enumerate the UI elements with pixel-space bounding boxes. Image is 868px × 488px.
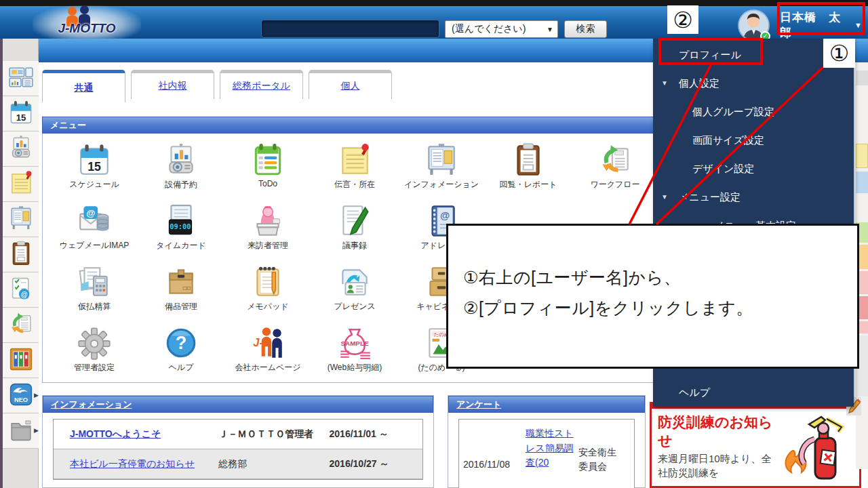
tab-共通[interactable]: 共通 xyxy=(42,70,125,102)
dropdown-item-個人設定[interactable]: ▼個人設定 xyxy=(653,69,854,98)
survey-section-header[interactable]: アンケート xyxy=(448,396,645,413)
sidebar-item-calendar[interactable]: 15 xyxy=(3,96,39,131)
menu-item-mail[interactable]: @ウェブメールIMAP xyxy=(51,201,138,262)
sidebar-item-binders[interactable] xyxy=(3,343,39,378)
logo-navy-figure-icon xyxy=(80,5,89,14)
information-section: インフォメーション J-MOTTOへようこそＪ－ＭＯＴＴＯ管理者2016/11/… xyxy=(42,395,434,488)
survey-section: アンケート 2016/11/08職業性ストレス簡易調査(20安全衛生委員会 xyxy=(448,395,646,488)
information-title-link[interactable]: 本社ビル一斉停電のお知らせ xyxy=(70,458,195,469)
dropdown-item-デザイン設定[interactable]: デザイン設定 xyxy=(653,155,854,183)
caret-down-icon[interactable]: ▼ xyxy=(661,69,668,98)
sidebar-item-projector[interactable] xyxy=(3,131,39,167)
dropdown-item-ヘルプ[interactable]: ヘルプ xyxy=(653,378,854,407)
note-icon xyxy=(7,169,35,199)
menu-item-note[interactable]: 伝言・所在 xyxy=(311,140,398,201)
survey-table: 2016/11/08職業性ストレス簡易調査(20安全衛生委員会 xyxy=(458,419,635,488)
menu-item-presence[interactable]: プレゼンス xyxy=(311,262,398,323)
sidebar-item-folder[interactable]: ▶ xyxy=(3,413,39,449)
j-motto-logo[interactable]: J-MOTTO xyxy=(33,5,141,39)
menu-item-minutes[interactable]: 議事録 xyxy=(311,201,398,262)
tab-社内報[interactable]: 社内報 xyxy=(131,70,214,99)
menu-section-title: メニュー xyxy=(50,119,86,131)
workflow-icon xyxy=(7,310,35,340)
dropdown-item-メニュー設定[interactable]: ▼メニュー設定 xyxy=(653,183,854,211)
svg-text:SAMPLE: SAMPLE xyxy=(340,340,369,347)
board-icon xyxy=(7,205,35,235)
information-title-cell: 本社ビル一斉停電のお知らせ xyxy=(54,453,216,474)
sidebar-item-board[interactable] xyxy=(3,202,39,237)
instruction-line2: ②[プロフィール]をクリックします。 xyxy=(463,293,857,323)
notice-title: 防災訓練のお知らせ xyxy=(658,413,780,450)
portal-icon xyxy=(7,64,35,94)
sidebar-item-note[interactable] xyxy=(3,167,39,202)
search-button[interactable]: 検索 xyxy=(564,20,607,38)
menu-item-label: プレゼンス xyxy=(311,301,398,312)
svg-text:@: @ xyxy=(86,208,95,218)
menu-item-label: 会社ホームページ xyxy=(224,362,311,373)
menu-item-clipboard[interactable]: 回覧・レポート xyxy=(485,140,572,201)
expand-arrow-icon[interactable]: ▶ xyxy=(34,427,39,434)
calendar-icon: 15 xyxy=(7,99,35,129)
menu-item-label: 伝言・所在 xyxy=(311,179,398,190)
dropdown-item-画面サイズ設定[interactable]: 画面サイズ設定 xyxy=(653,126,854,155)
information-title-link[interactable]: J-MOTTOへようこそ xyxy=(70,428,161,439)
annotation-user-name-highlight xyxy=(777,2,865,35)
survey-date-cell: 2016/11/08 xyxy=(459,420,524,488)
caret-down-icon[interactable]: ▼ xyxy=(661,183,668,211)
information-author-cell: 総務部 xyxy=(216,454,326,474)
sidebar-item-clipboard[interactable] xyxy=(3,237,39,272)
menu-item-company[interactable]: J-会社ホームページ xyxy=(224,323,311,384)
notice-body: 来週月曜日10時より、全社防災訓練を xyxy=(658,451,774,481)
tab-総務ポータル[interactable]: 総務ポータル xyxy=(220,70,303,99)
user-avatar[interactable]: ✓ xyxy=(739,11,768,40)
dropdown-item-個人グループ設定[interactable]: 個人グループ設定 xyxy=(653,98,854,126)
j-motto-portal-page: J-MOTTO (選んでください) ▼ 検索 ✓ 日本橋 太郎 ▼ 15@NEO… xyxy=(0,0,868,488)
payslip-icon: SAMPLE xyxy=(336,325,373,361)
dropdown-item-label: デザイン設定 xyxy=(692,163,754,174)
menu-item-label: 議事録 xyxy=(311,240,398,251)
information-row: 本社ビル一斉停電のお知らせ総務部2016/10/27 ～ xyxy=(54,449,422,479)
dropdown-item-label: 個人設定 xyxy=(679,77,719,89)
sidebar-item-portal[interactable] xyxy=(3,61,39,96)
tab-label: 社内報 xyxy=(159,80,187,92)
information-author-cell: Ｊ－ＭＯＴＴＯ管理者 xyxy=(216,424,326,445)
sidebar-item-survey[interactable]: @ xyxy=(3,272,39,308)
projector-icon xyxy=(7,134,35,164)
menu-item-board[interactable]: インフォメーション xyxy=(398,140,485,201)
note-icon xyxy=(336,142,373,178)
menu-item-projector[interactable]: 設備予約 xyxy=(138,140,224,201)
information-section-header[interactable]: インフォメーション xyxy=(43,396,433,413)
menu-item-visitor[interactable]: 来訪者管理 xyxy=(224,201,311,262)
menu-item-calendar[interactable]: 15スケジュール xyxy=(51,140,138,201)
svg-text:?: ? xyxy=(176,333,187,353)
menu-item-todo[interactable]: ToDo xyxy=(224,140,311,201)
logo-text: J-MOTTO xyxy=(58,21,115,36)
company-icon: J- xyxy=(250,325,286,361)
annotation-step2-marker: ② xyxy=(667,5,698,34)
menu-item-workflow[interactable]: ワークフロー xyxy=(572,140,658,201)
projector-icon xyxy=(163,142,199,178)
menu-item-help[interactable]: ?ヘルプ xyxy=(138,323,224,384)
expand-arrow-icon[interactable]: ▶ xyxy=(34,392,39,399)
menu-item-label: ウェブメールIMAP xyxy=(51,240,138,251)
annotation-profile-highlight xyxy=(658,38,763,65)
global-search-input[interactable] xyxy=(261,20,439,38)
search-scope-select[interactable]: (選んでください) ▼ xyxy=(445,20,558,38)
menu-item-expense[interactable]: 仮払精算 xyxy=(51,262,138,323)
survey-section-title: アンケート xyxy=(456,399,501,411)
menu-item-label: ワークフロー xyxy=(572,179,658,190)
menu-item-timecard[interactable]: 09:00タイムカード xyxy=(138,201,224,262)
survey-title-link[interactable]: 職業性ストレス簡易調査(20 xyxy=(526,428,574,468)
menu-item-memo[interactable]: メモパッド xyxy=(224,262,311,323)
menu-item-payslip[interactable]: SAMPLE(Web給与明細) xyxy=(311,323,398,384)
menu-item-label: 仮払精算 xyxy=(51,301,138,312)
menu-item-gear[interactable]: 管理者設定 xyxy=(51,323,138,384)
instruction-callout: ①右上の[ユーザー名]から、 ②[プロフィール]をクリックします。 xyxy=(446,224,859,369)
information-date-cell: 2016/10/27 ～ xyxy=(327,454,422,474)
menu-item-box[interactable]: 備品管理 xyxy=(138,262,224,323)
menu-item-label: ヘルプ xyxy=(138,362,224,373)
tab-個人[interactable]: 個人 xyxy=(309,70,392,99)
menu-item-label: スケジュール xyxy=(51,179,138,190)
sidebar-item-workflow[interactable] xyxy=(3,308,39,343)
sidebar-item-neo[interactable]: NEO▶ xyxy=(3,378,39,413)
